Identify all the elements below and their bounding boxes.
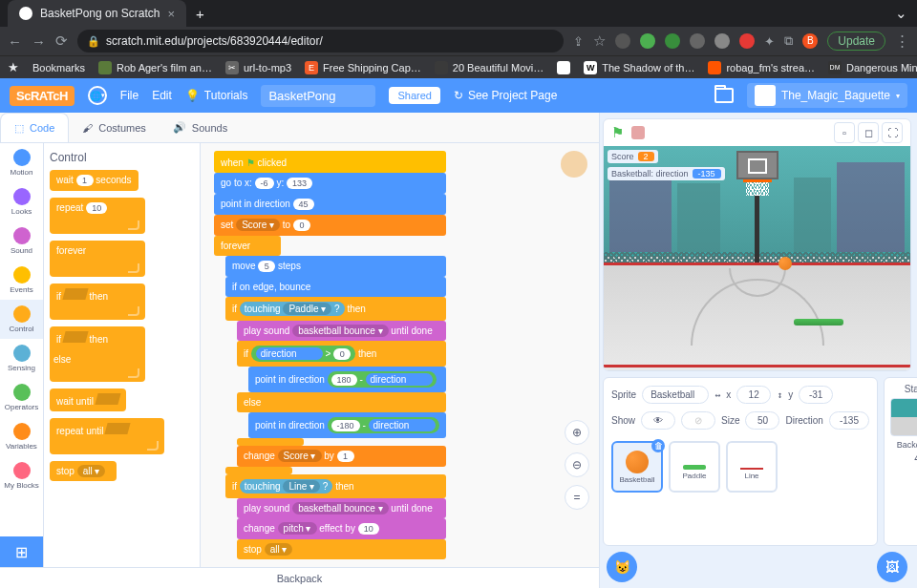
direction-input[interactable] (829, 411, 869, 430)
sprite-thumb-paddle[interactable]: Paddle (669, 441, 720, 493)
bookmark-item[interactable] (557, 61, 570, 74)
stage-small-button[interactable]: ▫ (834, 122, 855, 143)
bookmark-item[interactable]: WThe Shadow of th… (584, 61, 694, 74)
ext-icon[interactable] (739, 33, 755, 49)
green-flag-button[interactable]: ⚑ (611, 124, 624, 141)
ext-icon[interactable] (690, 33, 705, 49)
block-wait-until[interactable]: wait until (50, 388, 126, 411)
user-account[interactable]: The_Magic_Baguette ▾ (747, 83, 907, 108)
block-if-else[interactable]: if thenelse (50, 326, 145, 382)
sprite-thumb-line[interactable]: Line (726, 441, 778, 493)
window-chevron-icon[interactable]: ⌄ (885, 5, 917, 22)
menu-bar: ScRATcH 🌐 ▾ File Edit 💡Tutorials Shared … (0, 78, 917, 113)
share-icon[interactable]: ⇪ (573, 34, 584, 49)
new-tab-button[interactable]: + (186, 6, 214, 22)
size-input[interactable] (745, 411, 779, 430)
category-events[interactable]: Events (0, 261, 43, 300)
menu-icon[interactable]: ⋮ (895, 32, 909, 50)
block-repeat[interactable]: repeat 10 (50, 198, 145, 234)
category-variables[interactable]: Variables (0, 417, 43, 456)
score-monitor[interactable]: Score2 (608, 150, 658, 163)
zoom-in-button[interactable]: ⊕ (565, 420, 589, 445)
backpack[interactable]: Backpack (0, 567, 599, 588)
workspace[interactable]: when ⚑ clicked go to x: -6 y: 133 point … (201, 143, 599, 567)
sprite-y-input[interactable] (799, 386, 833, 404)
direction-monitor[interactable]: Basketball: direction-135 (608, 167, 725, 180)
category-control[interactable]: Control (0, 300, 43, 339)
block-repeat-until[interactable]: repeat until (50, 418, 164, 454)
block-stop: stop all ▾ (237, 539, 446, 559)
delete-sprite-icon[interactable]: 🗑 (651, 439, 665, 452)
hide-button[interactable]: ⊘ (681, 411, 715, 430)
username: The_Magic_Baguette (781, 89, 890, 102)
stop-button[interactable] (631, 126, 645, 139)
block-wait[interactable]: wait 1 seconds (50, 170, 139, 191)
back-button[interactable]: ← (8, 33, 22, 50)
category-sound[interactable]: Sound (0, 221, 43, 261)
forward-button[interactable]: → (32, 33, 46, 50)
tab-sounds[interactable]: 🔊Sounds (160, 113, 241, 142)
bookmark-item[interactable]: Bookmarks (32, 62, 85, 74)
block-point-dir: point in direction -180 - direction (248, 412, 446, 438)
category-sensing[interactable]: Sensing (0, 339, 43, 378)
reload-button[interactable]: ⟳ (55, 32, 68, 50)
close-icon[interactable]: × (167, 7, 175, 21)
category-motion[interactable]: Motion (0, 143, 43, 182)
sprite-x-input[interactable] (736, 386, 771, 404)
code-icon: ⬚ (14, 122, 24, 135)
add-sprite-button[interactable]: 😺 (607, 552, 637, 582)
bookmark-item[interactable]: EFree Shipping Cap… (305, 61, 421, 74)
sprite-thumb-basketball[interactable]: 🗑 Basketball (611, 441, 663, 493)
bookmark-item[interactable]: Rob Ager's film an… (98, 61, 212, 74)
file-menu[interactable]: File (120, 89, 139, 102)
bookmark-item[interactable]: robag_fm's strea… (708, 61, 815, 74)
star-icon[interactable]: ☆ (593, 32, 606, 50)
url-bar[interactable]: 🔒 scratch.mit.edu/projects/683920444/edi… (77, 30, 564, 52)
sprite-name-input[interactable] (642, 386, 709, 404)
see-project-button[interactable]: ↻See Project Page (454, 89, 557, 102)
puzzle-icon[interactable]: ✦ (764, 34, 775, 49)
stage-panel[interactable]: Stage Backdrops 4 (884, 377, 917, 546)
zoom-reset-button[interactable]: = (565, 485, 589, 510)
block-if[interactable]: if then (50, 284, 145, 320)
direction-label: Direction (785, 415, 822, 426)
tab-code[interactable]: ⬚Code (0, 113, 69, 142)
tutorials-button[interactable]: 💡Tutorials (185, 89, 248, 102)
add-extension-button[interactable]: ⊞ (0, 536, 43, 567)
tab-costumes[interactable]: 🖌Costumes (69, 113, 160, 142)
stage-canvas[interactable]: Score2 Basketball: direction-135 (604, 146, 910, 370)
ext-icon[interactable] (665, 33, 680, 49)
block-move: move 5 steps (225, 256, 446, 277)
block-stop[interactable]: stop all ▾ (50, 461, 117, 481)
block-forever[interactable]: forever (50, 241, 145, 277)
globe-icon[interactable]: 🌐 ▾ (88, 86, 107, 105)
block-palette: Control wait 1 seconds repeat 10 forever… (44, 143, 200, 567)
scratch-logo[interactable]: ScRATcH (10, 86, 75, 106)
category-myblocks[interactable]: My Blocks (0, 456, 43, 495)
bookmark-item[interactable]: ✂url-to-mp3 (225, 61, 291, 74)
paddle-sprite[interactable] (794, 319, 843, 326)
category-operators[interactable]: Operators (0, 378, 43, 417)
add-backdrop-button[interactable]: 🖼 (877, 552, 907, 582)
stage-thumbnail[interactable] (890, 398, 917, 436)
update-button[interactable]: Update (827, 32, 885, 51)
browser-tab[interactable]: BasketPong on Scratch × (8, 0, 186, 27)
ext-icon[interactable] (615, 33, 630, 49)
show-button[interactable]: 👁 (641, 411, 675, 430)
bookmark-item[interactable]: 20 Beautiful Movi… (435, 61, 544, 74)
category-looks[interactable]: Looks (0, 182, 43, 221)
ext-icon[interactable] (640, 33, 655, 49)
stage-large-button[interactable]: ◻ (858, 122, 879, 143)
edit-menu[interactable]: Edit (152, 89, 172, 102)
zoom-out-button[interactable]: ⊖ (565, 452, 589, 477)
brush-icon: 🖌 (82, 122, 93, 134)
profile-icon[interactable]: B (802, 33, 818, 49)
ext-icon[interactable] (714, 33, 730, 49)
script-stack[interactable]: when ⚑ clicked go to x: -6 y: 133 point … (214, 151, 446, 559)
bookmark-item[interactable]: DMDangerous Minds… (828, 61, 917, 74)
folder-icon[interactable] (714, 88, 734, 103)
project-name-input[interactable] (261, 85, 375, 107)
stage-full-button[interactable]: ⛶ (882, 122, 903, 143)
bookmark-icon[interactable]: ⧉ (784, 33, 793, 49)
basketball-sprite[interactable] (778, 257, 792, 270)
